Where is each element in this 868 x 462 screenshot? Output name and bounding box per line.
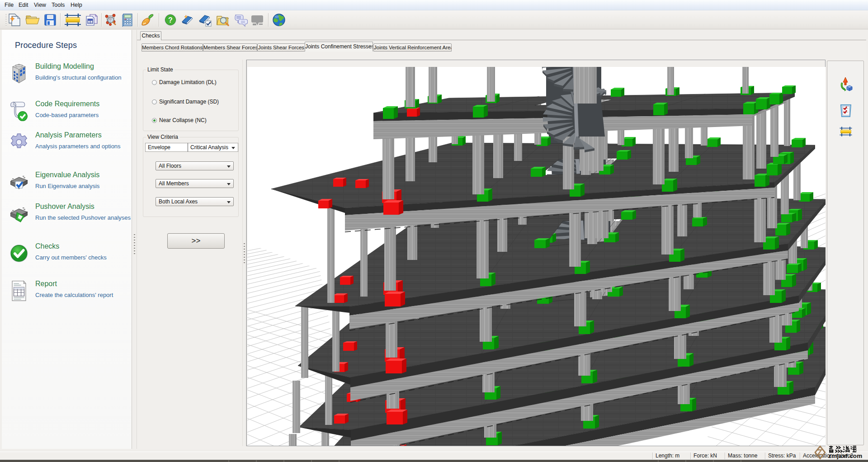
3d-model-canvas[interactable] (247, 67, 826, 446)
step-title[interactable]: Report (35, 280, 57, 288)
svg-text:?: ? (168, 16, 173, 24)
checks-tab-zone: Checks Members Chord RotationsMembers Sh… (137, 30, 866, 449)
toolbar-open-project-icon[interactable] (25, 13, 39, 27)
subtab-4[interactable]: Joints Vertical Reinforcement Area (373, 43, 452, 52)
toolbar-separator (268, 13, 269, 27)
toolbar-verification-book-icon[interactable] (198, 13, 212, 27)
menu-bar: FileEditViewToolsHelp (0, 0, 868, 10)
procedure-steps-panel: Procedure Steps Building Modelling Build… (2, 30, 132, 449)
limit-state-label-0[interactable]: Damage Limitation (DL) (159, 79, 217, 85)
toolbar-separator (159, 13, 159, 27)
step-title[interactable]: Code Requirements (35, 100, 99, 108)
limit-state-radio-1[interactable] (152, 99, 157, 104)
procedure-step[interactable]: Eigenvalue Analysis Run Eigenvalue analy… (2, 171, 132, 203)
analysis-dropdown[interactable]: Critical Analysis (188, 143, 238, 152)
step-subtitle: Code-based parameters (35, 112, 99, 118)
envelope-value: Envelope (148, 144, 170, 151)
step-building-icon (9, 61, 29, 85)
toolbar-tutorial-book-icon[interactable] (180, 13, 194, 27)
subtab-1[interactable]: Members Shear Forces (203, 43, 257, 52)
subtab-2[interactable]: Joints Shear Forces (257, 43, 305, 52)
step-title[interactable]: Checks (35, 242, 59, 250)
viewport-canvas[interactable] (247, 67, 826, 446)
analysis-value: Critical Analysis (190, 144, 228, 151)
taskbar-tick (713, 460, 714, 462)
taskbar-tick (685, 460, 686, 462)
menu-view[interactable]: View (31, 0, 49, 10)
limit-state-radio-0[interactable] (152, 80, 157, 85)
menu-edit[interactable]: Edit (15, 0, 32, 10)
filter-dropdown-1[interactable]: All Members (156, 179, 234, 188)
procedure-step[interactable]: Code Requirements Code-based parameters (2, 100, 132, 132)
toolbar-grip[interactable] (5, 14, 7, 26)
watermark-cjk-strokes (828, 445, 856, 453)
envelope-field[interactable]: Envelope (145, 143, 188, 152)
filter-dropdown-2[interactable]: Both Local Axes (156, 197, 234, 206)
filter-value-0: All Floors (159, 163, 181, 169)
step-pushover-icon (9, 202, 29, 225)
procedure-step[interactable]: Checks Carry out members' checks (2, 242, 132, 274)
toolbar-web-site-icon[interactable] (272, 13, 286, 27)
step-title[interactable]: Eigenvalue Analysis (35, 171, 99, 179)
toolbar-display-settings-icon[interactable] (140, 13, 155, 27)
toolbar: ? (0, 10, 868, 29)
taskbar-tick (283, 460, 284, 462)
step-eigen-icon (9, 170, 29, 193)
taskbar-tick (228, 460, 229, 462)
menu-tools[interactable]: Tools (48, 0, 68, 10)
toolbar-report-pages-icon[interactable] (85, 13, 99, 27)
frame-view-icon[interactable] (839, 126, 853, 138)
taskbar-tick (256, 460, 257, 462)
subtab-3[interactable]: Joints Confinement Stresses (305, 42, 373, 52)
status-bar: Length: mForce: kNMass: tonneStress: kPa… (0, 452, 868, 459)
watermark-url: zmjaxf.com (828, 453, 863, 459)
run-checks-button[interactable]: >> (167, 233, 225, 249)
toolbar-frame-view-icon[interactable] (64, 13, 82, 27)
step-subtitle: Run Eigenvalue analysis (35, 183, 99, 189)
toolbar-save-project-icon[interactable] (43, 13, 57, 27)
procedure-step[interactable]: Pushover Analysis Run the selected Pusho… (2, 203, 132, 234)
step-code-icon (9, 99, 29, 123)
toolbar-calculator-icon[interactable] (120, 13, 135, 27)
filter-value-2: Both Local Axes (159, 198, 198, 205)
step-title[interactable]: Building Modelling (35, 62, 94, 71)
step-gear-icon (9, 130, 29, 154)
filter-value-1: All Members (159, 180, 189, 187)
procedure-step[interactable]: Analysis Parameters Analysis parameters … (2, 131, 132, 163)
menu-file[interactable]: File (1, 0, 17, 10)
statusbar-separator (765, 453, 765, 459)
statusbar-cell-3: Stress: kPa (768, 453, 796, 459)
limit-state-radio-2[interactable] (152, 118, 157, 123)
step-subtitle: Create the calculations' report (35, 292, 113, 298)
procedure-step[interactable]: Building Modelling Building's structural… (2, 62, 132, 94)
application-window: { "window": { "app": "SeismoBuild-style … (0, 0, 868, 462)
toolbar-community-icon[interactable] (250, 13, 264, 27)
limit-state-label-2[interactable]: Near Collapse (NC) (159, 117, 207, 123)
toolbar-separator (60, 13, 61, 27)
deformed-shape-view-icon[interactable] (839, 76, 853, 92)
sidebar-splitter-handle[interactable] (134, 234, 135, 255)
statusbar-separator (652, 453, 653, 459)
toolbar-new-project-icon[interactable] (7, 13, 22, 27)
step-title[interactable]: Analysis Parameters (35, 131, 102, 139)
menu-help[interactable]: Help (67, 0, 85, 10)
subtab-0[interactable]: Members Chord Rotations (142, 43, 203, 52)
toolbar-feedback-chat-icon[interactable] (233, 13, 248, 27)
statusbar-separator (725, 453, 725, 459)
toolbar-help-icon[interactable]: ? (163, 13, 178, 27)
filter-dropdown-0[interactable]: All Floors (156, 161, 234, 170)
checks-view-icon[interactable] (839, 103, 853, 119)
taskbar-tick (658, 460, 659, 462)
toolbar-model-explore-icon[interactable] (103, 13, 118, 27)
limit-state-label-1[interactable]: Significant Damage (SD) (159, 99, 219, 105)
watermark-logo-icon (814, 445, 826, 460)
tab-checks[interactable]: Checks (140, 31, 161, 40)
procedure-step[interactable]: Report Create the calculations' report (2, 280, 132, 311)
watermark: 智淼消防 zmjaxf.com (813, 445, 867, 460)
step-title[interactable]: Pushover Analysis (35, 203, 94, 211)
toolbar-project-search-icon[interactable] (216, 13, 230, 27)
options-splitter-handle[interactable] (244, 243, 245, 263)
view-tools-strip (827, 61, 864, 445)
sidebar-title: Procedure Steps (15, 41, 77, 50)
step-report-icon (9, 279, 29, 302)
